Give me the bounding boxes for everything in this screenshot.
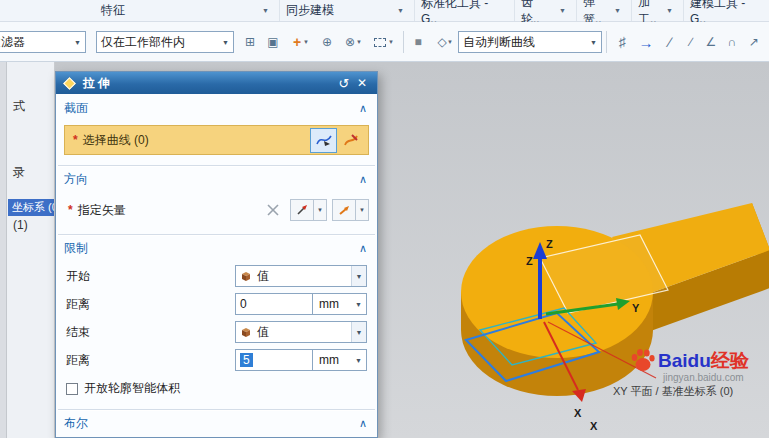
tab-spring[interactable]: 弹簧.. ▼ [577, 0, 632, 21]
tab-feature-label: 特征 [101, 2, 125, 19]
snap-point-icon[interactable]: ▣ [263, 32, 283, 52]
navigator-item[interactable]: 录 [13, 164, 25, 181]
curve-select-button[interactable] [310, 128, 337, 153]
end-row: 结束 值 ▼ [66, 321, 367, 343]
start-value-combo[interactable]: 值 ▼ [235, 265, 367, 287]
fit-window-icon[interactable]: ♯ [612, 32, 632, 52]
vector-dialog-icon [295, 203, 309, 217]
chevron-down-icon[interactable]: ▼ [303, 39, 309, 45]
watermark-brand: Baidu经验 [658, 348, 749, 374]
chevron-down-icon[interactable]: ▼ [356, 199, 369, 221]
x-axis-label: X [574, 407, 582, 419]
direction-group-header[interactable]: 方向 ∧ [56, 169, 377, 190]
required-asterisk: * [73, 133, 78, 147]
end-distance-label: 距离 [66, 352, 90, 369]
start-value: 值 [257, 268, 269, 285]
chevron-down-icon[interactable]: ▼ [559, 7, 566, 14]
angle-icon[interactable]: ∠ [701, 32, 721, 52]
marquee-select-icon[interactable] [370, 32, 390, 52]
close-button[interactable]: ✕ [353, 76, 371, 90]
point-arrow-icon[interactable]: ↗ [744, 32, 764, 52]
sketch-section-button[interactable] [337, 128, 364, 153]
arc-icon[interactable]: ∩ [722, 32, 742, 52]
start-distance-input[interactable]: 0 [235, 293, 313, 315]
tab-standard-tools[interactable]: 标准化工具 - G.. [415, 0, 515, 21]
chevron-down-icon[interactable]: ▼ [356, 39, 362, 45]
inferred-vector-button[interactable] [261, 199, 285, 221]
start-label: 开始 [66, 268, 90, 285]
selection-scope-combo[interactable]: 仅在工作部件内 ▼ [96, 31, 234, 53]
navigator-item[interactable]: 式 [13, 98, 25, 115]
chevron-down-icon[interactable]: ▼ [397, 7, 404, 14]
boolean-group-title: 布尔 [64, 415, 88, 432]
watermark-brand-name: Baidu [658, 350, 711, 371]
tab-synchronous-modeling-label: 同步建模 [286, 2, 334, 19]
dialog-title: 拉伸 [83, 75, 113, 92]
chevron-down-icon[interactable]: ▼ [351, 322, 366, 342]
line-icon[interactable]: ∕ [660, 32, 680, 52]
z-axis-label: Z [546, 238, 553, 250]
selection-toolbar: 过滤器 ▼ 仅在工作部件内 ▼ ⊞ ▣ + ▼ ⊕ ⊗ ▼ ▼ ■ ◇ ▼ 自动… [0, 22, 769, 62]
chevron-down-icon[interactable]: ▼ [666, 7, 673, 14]
vector-type-button[interactable] [332, 199, 356, 221]
cube-icon [240, 326, 252, 338]
select-curve-row[interactable]: * 选择曲线 (0) [64, 125, 369, 155]
tab-gear[interactable]: 齿轮.. ▼ [515, 0, 577, 21]
navigator-item[interactable]: (1) [13, 218, 28, 232]
collapse-chevron-icon[interactable]: ∧ [359, 173, 367, 186]
end-distance-cluster: 5 mm ▼ [235, 349, 367, 371]
chevron-down-icon: ▼ [355, 301, 362, 308]
collapse-chevron-icon[interactable]: ∧ [359, 102, 367, 115]
nx-application-window: 特征 ▼ 同步建模 ▼ 标准化工具 - G.. 齿轮.. ▼ 弹簧.. ▼ 加工… [0, 0, 769, 438]
chevron-down-icon[interactable]: ▼ [614, 7, 621, 14]
required-asterisk: * [68, 203, 73, 217]
open-profile-label: 开放轮廓智能体积 [84, 380, 180, 397]
chevron-down-icon[interactable]: ▼ [388, 39, 394, 45]
datum-grid-icon[interactable]: ⊞ [240, 32, 260, 52]
collapse-chevron-icon[interactable]: ∧ [359, 242, 367, 255]
tab-feature[interactable]: 特征 ▼ [95, 0, 280, 21]
selection-scope-value: 仅在工作部件内 [101, 34, 185, 51]
start-row: 开始 值 ▼ [66, 265, 367, 287]
extrude-icon [63, 77, 76, 90]
marquee-box-shape [374, 38, 386, 47]
vector-dialog-button[interactable] [290, 199, 314, 221]
limits-group-header[interactable]: 限制 ∧ [56, 238, 377, 259]
toolbar-separator [606, 31, 607, 53]
tab-machining[interactable]: 加工.. ▼ [632, 0, 684, 21]
y-axis-label: Y [632, 302, 640, 314]
tab-modeling-tools[interactable]: 建模工具 - G.. [684, 0, 769, 21]
navigator-item-selected[interactable]: 坐标系 (0 [8, 199, 54, 216]
cube-icon [240, 270, 252, 282]
snap-intersection-icon[interactable]: ⊕ [317, 32, 337, 52]
group-separator [58, 165, 375, 167]
selection-filter-combo[interactable]: 过滤器 ▼ [0, 31, 86, 53]
start-distance-unit-combo[interactable]: mm ▼ [313, 293, 367, 315]
toolbar-separator [403, 31, 404, 53]
chevron-down-icon: ▼ [355, 357, 362, 364]
chevron-down-icon[interactable]: ▼ [351, 266, 366, 286]
profile-line-icon[interactable]: ∕ [681, 32, 701, 52]
watermark-url: jingyan.baidu.com [663, 372, 744, 383]
start-distance-cluster: 0 mm ▼ [235, 293, 367, 315]
end-distance-input[interactable]: 5 [235, 349, 313, 371]
section-group-header[interactable]: 截面 ∧ [56, 98, 377, 119]
solid-body-filter-icon[interactable]: ■ [408, 32, 428, 52]
chevron-down-icon[interactable]: ▼ [447, 39, 453, 45]
collapse-chevron-icon[interactable]: ∧ [359, 417, 367, 430]
x-datum-label: X [590, 420, 598, 432]
boolean-group-header[interactable]: 布尔 ∧ [56, 413, 377, 434]
tab-synchronous-modeling[interactable]: 同步建模 ▼ [280, 0, 415, 21]
vector-arrow-icon[interactable]: → [636, 32, 656, 52]
chevron-down-icon[interactable]: ▼ [262, 7, 269, 14]
select-curve-label: 选择曲线 (0) [83, 132, 149, 149]
end-distance-unit: mm [319, 353, 339, 367]
open-profile-checkbox[interactable] [66, 383, 78, 395]
chevron-down-icon[interactable]: ▼ [314, 199, 327, 221]
reset-button[interactable]: ↺ [335, 76, 353, 91]
end-distance-unit-combo[interactable]: mm ▼ [313, 349, 367, 371]
start-distance-unit: mm [319, 297, 339, 311]
end-value-combo[interactable]: 值 ▼ [235, 321, 367, 343]
curve-rule-combo[interactable]: 自动判断曲线 ▼ [458, 31, 602, 53]
dialog-titlebar[interactable]: 拉伸 ↺ ✕ [56, 72, 377, 94]
